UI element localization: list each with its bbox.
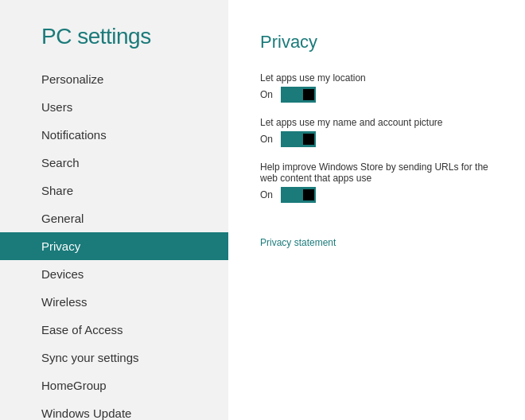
sidebar-item-sync-your-settings[interactable]: Sync your settings [0, 344, 228, 371]
setting-on-label-location: On [260, 89, 273, 100]
page-title: Privacy [260, 32, 501, 52]
privacy-statement-link[interactable]: Privacy statement [260, 237, 336, 248]
main-content: Privacy Let apps use my locationOnLet ap… [228, 0, 525, 420]
setting-row-location: Let apps use my locationOn [260, 72, 501, 103]
setting-value-row-location: On [260, 87, 501, 103]
setting-value-row-improve-store: On [260, 187, 501, 203]
sidebar-item-devices[interactable]: Devices [0, 260, 228, 288]
toggle-knob-improve-store [303, 189, 314, 200]
sidebar-item-windows-update[interactable]: Windows Update [0, 399, 228, 420]
setting-label-improve-store: Help improve Windows Store by sending UR… [260, 161, 501, 184]
sidebar-item-wireless[interactable]: Wireless [0, 288, 228, 316]
settings-list: Let apps use my locationOnLet apps use m… [260, 72, 501, 203]
sidebar-item-privacy[interactable]: Privacy [0, 232, 228, 260]
setting-row-improve-store: Help improve Windows Store by sending UR… [260, 161, 501, 203]
sidebar-item-general[interactable]: General [0, 204, 228, 232]
toggle-account-picture[interactable] [281, 131, 316, 147]
setting-row-account-picture: Let apps use my name and account picture… [260, 117, 501, 147]
sidebar-item-users[interactable]: Users [0, 93, 228, 121]
sidebar-item-notifications[interactable]: Notifications [0, 121, 228, 149]
setting-value-row-account-picture: On [260, 131, 501, 147]
sidebar-item-search[interactable]: Search [0, 149, 228, 177]
setting-label-account-picture: Let apps use my name and account picture [260, 117, 501, 128]
setting-on-label-improve-store: On [260, 189, 273, 200]
app-title: PC settings [0, 16, 228, 65]
toggle-knob-account-picture [303, 134, 314, 145]
sidebar-item-ease-of-access[interactable]: Ease of Access [0, 316, 228, 344]
toggle-knob-location [303, 89, 314, 100]
sidebar-item-homegroup[interactable]: HomeGroup [0, 371, 228, 399]
toggle-location[interactable] [281, 87, 316, 103]
nav-list: PersonalizeUsersNotificationsSearchShare… [0, 65, 228, 420]
toggle-improve-store[interactable] [281, 187, 316, 203]
setting-label-location: Let apps use my location [260, 72, 501, 84]
setting-on-label-account-picture: On [260, 134, 273, 145]
sidebar: PC settings PersonalizeUsersNotification… [0, 0, 228, 420]
sidebar-item-share[interactable]: Share [0, 177, 228, 204]
sidebar-item-personalize[interactable]: Personalize [0, 65, 228, 93]
